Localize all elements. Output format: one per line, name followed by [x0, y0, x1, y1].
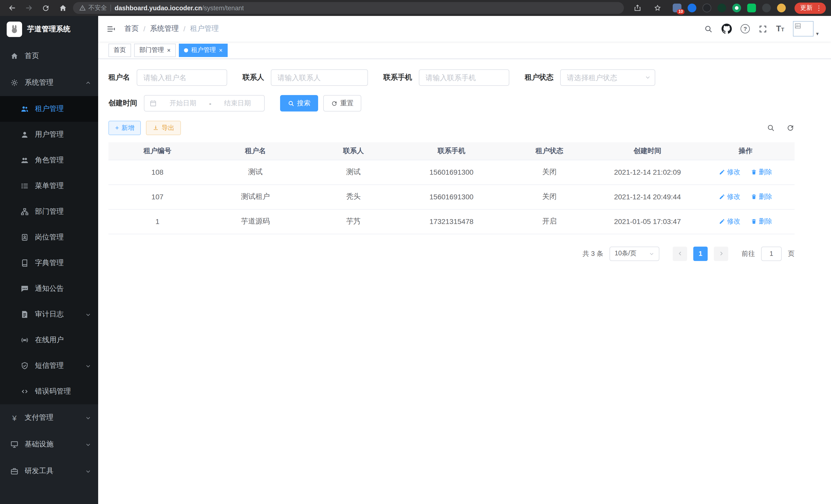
sms-shield-icon: [21, 362, 29, 370]
browser-update-button[interactable]: 更新 ⋮: [795, 2, 826, 13]
add-button[interactable]: + 新增: [109, 121, 141, 135]
tab-close-icon[interactable]: ×: [219, 47, 223, 53]
extension-icon-8[interactable]: [777, 4, 786, 12]
roles-icon: [21, 156, 29, 165]
table-row: 108 测试 测试 15601691300 关闭 2021-12-14 21:0…: [109, 160, 795, 184]
tenant-users-icon: [21, 105, 29, 113]
sidebar-item-user[interactable]: 用户管理: [0, 122, 98, 147]
sidebar-logo[interactable]: 芋道管理系统: [0, 16, 98, 42]
help-icon[interactable]: ?: [741, 24, 750, 33]
breadcrumb-system[interactable]: 系统管理: [150, 24, 179, 33]
sidebar-item-label: 在线用户: [35, 335, 64, 345]
edit-pencil-icon: [719, 218, 725, 225]
sidebar-item-label: 错误码管理: [35, 387, 71, 396]
sidebar-item-dict[interactable]: 字典管理: [0, 250, 98, 276]
sidebar-item-post[interactable]: 岗位管理: [0, 225, 98, 250]
browser-menu-dots-icon[interactable]: ⋮: [815, 4, 822, 12]
sidebar-item-home[interactable]: 首页: [0, 42, 98, 69]
header-search-icon[interactable]: [704, 24, 713, 33]
sidebar-item-pay[interactable]: ¥ 支付管理: [0, 404, 98, 431]
extension-icon-2[interactable]: [688, 4, 696, 12]
tenant-name-input[interactable]: [137, 69, 227, 86]
user-avatar[interactable]: ▾: [793, 21, 819, 36]
refresh-table-icon[interactable]: [786, 124, 795, 132]
tab-close-icon[interactable]: ×: [167, 47, 171, 53]
sidebar-item-menu[interactable]: 菜单管理: [0, 173, 98, 199]
font-size-icon[interactable]: TT: [776, 24, 784, 33]
main-area: 首页 / 系统管理 / 租户管理 ? TT: [98, 16, 831, 504]
extension-icon-4[interactable]: [717, 4, 726, 12]
table-row: 107 测试租户 秃头 15601691300 关闭 2021-12-14 20…: [109, 184, 795, 209]
sidebar-item-sms[interactable]: 短信管理: [0, 353, 98, 379]
extension-icon-1[interactable]: 10: [673, 4, 682, 12]
sidebar-item-devtools[interactable]: 研发工具: [0, 458, 98, 484]
status-badge: 开启: [542, 217, 556, 225]
next-page-button[interactable]: [714, 246, 728, 261]
status-badge: 关闭: [542, 168, 556, 176]
phone-input[interactable]: [419, 69, 509, 86]
sidebar-item-infra[interactable]: 基础设施: [0, 431, 98, 458]
logo-avatar: [7, 22, 22, 37]
sidebar-item-error-code[interactable]: 错误码管理: [0, 379, 98, 404]
status-select-input[interactable]: [560, 69, 655, 86]
warning-icon: [79, 5, 86, 11]
edit-button[interactable]: 修改: [719, 192, 740, 201]
sidebar-item-tenant[interactable]: 租户管理: [0, 96, 98, 122]
sidebar-item-label: 租户管理: [35, 104, 64, 114]
browser-home-icon[interactable]: [56, 1, 69, 14]
filter-label: 联系人: [242, 73, 264, 82]
browser-reload-icon[interactable]: [39, 1, 52, 14]
cell-contact: 秃头: [346, 192, 361, 200]
prev-page-button[interactable]: [673, 246, 687, 261]
share-icon[interactable]: [631, 1, 644, 14]
sidebar-item-system[interactable]: 系统管理: [0, 69, 98, 96]
pagination-total: 共 3 条: [582, 249, 603, 258]
status-select[interactable]: [560, 69, 655, 86]
current-page-button[interactable]: 1: [693, 246, 708, 261]
sidebar-item-notice[interactable]: 通知公告: [0, 276, 98, 302]
cell-phone: 15601691300: [429, 168, 473, 176]
edit-button[interactable]: 修改: [719, 168, 740, 177]
delete-button[interactable]: 删除: [751, 217, 772, 226]
tab-dept[interactable]: 部门管理 ×: [134, 43, 176, 57]
table-row: 1 芋道源码 芋艿 17321315478 开启 2021-01-05 17:0…: [109, 209, 795, 234]
sidebar-item-label: 岗位管理: [35, 233, 64, 242]
tab-tenant[interactable]: 租户管理 ×: [179, 43, 228, 57]
export-button[interactable]: 导出: [146, 121, 181, 135]
date-start-placeholder: 开始日期: [161, 99, 204, 108]
url-text: dashboard.yudao.iocoder.cn/system/tenant: [115, 4, 244, 11]
tab-home[interactable]: 首页: [109, 43, 131, 57]
address-bar[interactable]: 不安全 dashboard.yudao.iocoder.cn/system/te…: [73, 2, 624, 14]
notice-bubble-icon: [21, 285, 29, 293]
sidebar-item-role[interactable]: 角色管理: [0, 147, 98, 173]
breadcrumb-home[interactable]: 首页: [124, 24, 139, 33]
chevron-down-icon: [649, 251, 654, 256]
contact-input[interactable]: [271, 69, 368, 86]
github-icon[interactable]: [721, 24, 732, 34]
extension-icon-7[interactable]: [762, 4, 771, 12]
bookmark-star-icon[interactable]: [651, 1, 664, 14]
chevron-down-icon: [85, 312, 91, 317]
column-header-name: 租户名: [206, 142, 304, 160]
date-range-picker[interactable]: 开始日期 - 结束日期: [144, 95, 265, 112]
reset-button[interactable]: 重置: [323, 95, 361, 112]
extension-icon-3[interactable]: [703, 4, 711, 12]
toggle-search-icon[interactable]: [767, 124, 775, 132]
delete-button[interactable]: 删除: [751, 168, 772, 177]
goto-page-input[interactable]: [761, 246, 782, 261]
sidebar-collapse-icon[interactable]: [106, 24, 116, 34]
cell-contact: 测试: [346, 168, 361, 176]
security-status[interactable]: 不安全: [79, 4, 107, 12]
sidebar-item-dept[interactable]: 部门管理: [0, 199, 98, 225]
extension-icon-6[interactable]: [747, 4, 756, 12]
delete-button[interactable]: 删除: [751, 192, 772, 201]
extension-icon-5[interactable]: [732, 4, 741, 12]
page-size-select[interactable]: 10条/页: [609, 246, 659, 261]
browser-forward-icon[interactable]: [22, 1, 35, 14]
browser-back-icon[interactable]: [5, 1, 19, 14]
fullscreen-icon[interactable]: [758, 24, 767, 33]
search-button[interactable]: 搜索: [280, 95, 318, 112]
sidebar-item-online-user[interactable]: 在线用户: [0, 327, 98, 353]
sidebar-item-audit-log[interactable]: 审计日志: [0, 302, 98, 327]
edit-button[interactable]: 修改: [719, 217, 740, 226]
